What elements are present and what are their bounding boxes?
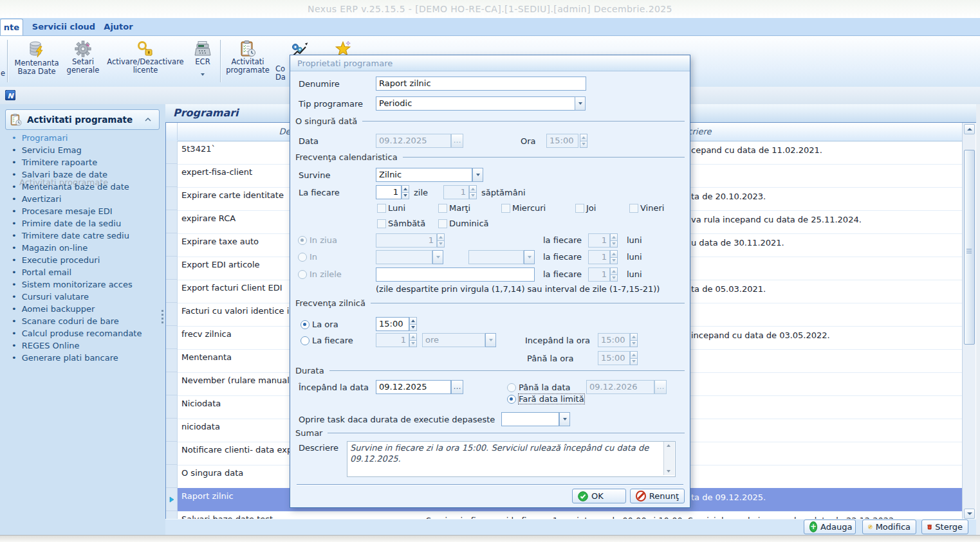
pana-la-data-input[interactable]: 09.12.2026 bbox=[586, 380, 654, 394]
la-fiecare-value-input[interactable]: 1 bbox=[376, 333, 409, 347]
every-months-input[interactable]: 1 bbox=[588, 267, 610, 282]
sidebar-item[interactable]: •Aomei backupper bbox=[12, 304, 95, 316]
adauga-button[interactable]: + Adauga bbox=[804, 519, 856, 534]
sidebar-item[interactable]: •Scanare coduri de bare bbox=[12, 316, 119, 329]
radio-in-zilele[interactable] bbox=[298, 270, 307, 279]
oprire-task-dropdown[interactable] bbox=[559, 412, 570, 426]
in-weekday-select[interactable] bbox=[468, 250, 524, 264]
row-selector[interactable] bbox=[166, 210, 178, 233]
sidebar-item[interactable]: •Serviciu Emag bbox=[12, 145, 82, 158]
sidebar-item[interactable]: •REGES Online bbox=[12, 341, 80, 353]
radio-in[interactable] bbox=[298, 253, 307, 262]
la-ora-input[interactable]: 15:00 bbox=[376, 317, 409, 331]
sidebar-item-programari[interactable]: •Programari bbox=[12, 133, 68, 145]
checkbox-vineri[interactable] bbox=[629, 204, 638, 213]
incepand-la-data-input[interactable]: 09.12.2025 bbox=[376, 380, 451, 394]
sidebar-item[interactable]: •Cursuri valutare bbox=[12, 292, 89, 304]
row-selector[interactable] bbox=[166, 233, 178, 257]
ore-select[interactable]: ore bbox=[422, 333, 485, 347]
modifica-button[interactable]: Modifica bbox=[862, 519, 916, 534]
checkbox-sambata[interactable] bbox=[377, 219, 386, 228]
sidebar-item[interactable]: •Calcul produse recomandate bbox=[12, 329, 142, 341]
scrollbar-thumb[interactable] bbox=[964, 150, 975, 345]
pana-la-ora-spinner[interactable] bbox=[630, 351, 638, 365]
every-months-spinner[interactable] bbox=[610, 233, 618, 248]
radio-pana-la-data[interactable] bbox=[507, 383, 516, 392]
splitter-handle[interactable] bbox=[162, 310, 163, 312]
descriere-textarea[interactable]: Survine in fiecare zi la ora 15:00. Serv… bbox=[347, 441, 676, 477]
la-ora-spinner[interactable] bbox=[409, 317, 417, 331]
chevron-up-icon[interactable] bbox=[145, 118, 151, 122]
sidebar-header[interactable]: Activitati programate bbox=[5, 109, 160, 130]
la-fiecare-spinner[interactable] bbox=[409, 333, 417, 347]
tab-servicii-cloud[interactable]: Servicii cloud bbox=[28, 19, 99, 35]
row-selector[interactable] bbox=[166, 395, 178, 419]
sidebar-item[interactable]: •Primire date de la sediu bbox=[12, 219, 121, 231]
zile-spinner[interactable] bbox=[402, 185, 409, 199]
incepand-la-ora-input[interactable]: 15:00 bbox=[598, 333, 630, 347]
row-selector[interactable] bbox=[166, 349, 178, 372]
checkbox-duminica[interactable] bbox=[438, 219, 447, 228]
sidebar-item[interactable]: •Magazin on-line bbox=[12, 243, 88, 255]
ore-dropdown[interactable] bbox=[485, 333, 496, 347]
ok-button[interactable]: OK bbox=[572, 489, 626, 503]
data-calendar-button[interactable]: … bbox=[451, 134, 463, 148]
tip-programare-select[interactable]: Periodic bbox=[376, 96, 575, 111]
in-weekday-dropdown[interactable] bbox=[524, 250, 535, 264]
mentenanta-baza-date-button[interactable]: Mentenanta Baza Date bbox=[9, 38, 64, 86]
activare-dezactivare-licente-button[interactable]: Activare/Dezactivare licente bbox=[103, 38, 188, 86]
row-selector[interactable] bbox=[166, 303, 178, 326]
row-selector[interactable] bbox=[166, 326, 178, 349]
ora-input[interactable]: 15:00 bbox=[546, 134, 578, 148]
ora-spinner[interactable] bbox=[580, 134, 587, 148]
saptamani-spinner[interactable] bbox=[469, 185, 477, 199]
pana-la-ora-input[interactable]: 15:00 bbox=[598, 351, 630, 365]
radio-fara-data-limita[interactable] bbox=[507, 395, 516, 404]
radio-la-fiecare[interactable] bbox=[300, 336, 310, 345]
setari-generale-button[interactable]: Setari generale bbox=[64, 38, 102, 86]
activitati-programate-button[interactable]: Activitati programate bbox=[224, 38, 272, 86]
radio-in-ziua[interactable] bbox=[298, 236, 307, 245]
every-months-input[interactable]: 1 bbox=[588, 233, 610, 248]
tab-partial[interactable]: nte bbox=[0, 19, 23, 35]
pana-calendar-button[interactable]: … bbox=[654, 380, 667, 394]
denumire-input[interactable]: Raport zilnic bbox=[376, 77, 586, 91]
dialog-title[interactable]: Proprietati programare bbox=[290, 55, 690, 71]
survine-dropdown-button[interactable] bbox=[472, 168, 483, 182]
toolbar-partial-button[interactable]: e bbox=[1, 69, 5, 78]
row-selector[interactable] bbox=[166, 280, 178, 303]
incepand-calendar-button[interactable]: … bbox=[451, 380, 463, 394]
survine-select[interactable]: Zilnic bbox=[376, 168, 472, 182]
checkbox-joi[interactable] bbox=[575, 204, 584, 213]
row-selector[interactable] bbox=[166, 187, 178, 210]
row-selector[interactable] bbox=[166, 488, 178, 511]
textarea-scrollbar[interactable] bbox=[663, 442, 674, 475]
sidebar-item[interactable]: •Avertizari bbox=[12, 194, 61, 206]
oprire-task-select[interactable] bbox=[501, 412, 559, 426]
row-selector[interactable] bbox=[166, 465, 178, 488]
row-selector[interactable] bbox=[166, 141, 178, 164]
tip-programare-dropdown-button[interactable] bbox=[575, 96, 586, 111]
sidebar-item[interactable]: •Procesare mesaje EDI bbox=[12, 206, 113, 219]
sidebar-item[interactable]: •Generare plati bancare bbox=[12, 353, 118, 365]
ecr-button[interactable]: ECR bbox=[188, 38, 217, 86]
sidebar-item[interactable]: •Mentenanta baze de date bbox=[12, 182, 129, 194]
tab-ajutor[interactable]: Ajutor bbox=[93, 19, 144, 35]
scroll-down-button[interactable] bbox=[964, 509, 975, 519]
sidebar-item[interactable]: •Salvari baze de date bbox=[12, 170, 107, 182]
every-months-spinner[interactable] bbox=[610, 267, 618, 282]
renunt-button[interactable]: Renunţ bbox=[630, 489, 685, 503]
sidebar-item[interactable]: •Trimitere rapoarte bbox=[12, 158, 97, 170]
in-ziua-input[interactable]: 1 bbox=[376, 233, 437, 248]
row-selector[interactable] bbox=[166, 419, 178, 442]
zile-input[interactable]: 1 bbox=[376, 185, 402, 199]
every-months-input[interactable]: 1 bbox=[588, 250, 610, 264]
sidebar-item[interactable]: •Portal email bbox=[12, 267, 71, 280]
table-vertical-scrollbar[interactable] bbox=[962, 123, 975, 519]
scroll-up-button[interactable] bbox=[964, 124, 975, 134]
in-ziua-spinner[interactable] bbox=[437, 233, 445, 248]
every-months-spinner[interactable] bbox=[610, 250, 618, 264]
in-ordinal-dropdown[interactable] bbox=[432, 250, 443, 264]
sterge-button[interactable]: Sterge bbox=[921, 519, 968, 534]
sidebar-item[interactable]: •Sistem monitorizare acces bbox=[12, 280, 133, 292]
